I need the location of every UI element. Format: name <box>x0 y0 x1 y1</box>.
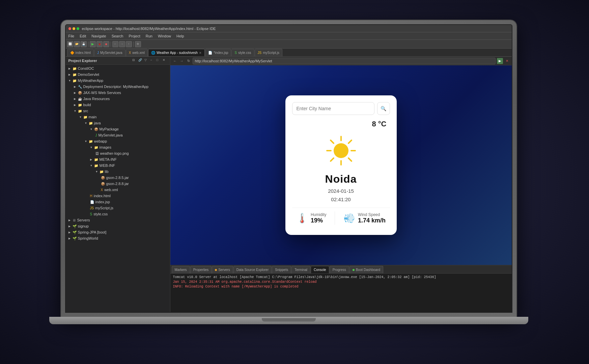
sidebar-filter[interactable]: ▽ <box>144 58 149 63</box>
toolbar: ⬜ 📂 💾 ▶ 🐞 ■ ← → ↑ ⚙ <box>66 40 512 49</box>
nav-back-button[interactable]: ← <box>172 58 178 64</box>
toolbar-run[interactable]: ▶ <box>90 41 96 47</box>
weather-icon-sun <box>324 134 358 168</box>
minimize-button[interactable] <box>73 27 75 30</box>
console-tab-progress[interactable]: Progress <box>330 266 349 273</box>
toolbar-separator-3 <box>133 41 134 47</box>
tree-item-gson1[interactable]: 📦 gson-2.8.5.jar <box>66 175 170 181</box>
nav-forward-button[interactable]: → <box>179 58 185 64</box>
tree-item-index-jsp[interactable]: 📄 index.jsp <box>66 199 170 205</box>
menu-run[interactable]: Run <box>146 34 152 38</box>
tab-myscript-js[interactable]: JS myScript.js <box>255 49 283 56</box>
tree-item-src[interactable]: ▼ 📁 src <box>66 108 170 114</box>
toolbar-forward[interactable]: → <box>119 41 125 47</box>
tree-item-gson2[interactable]: 📦 gson-2.8.8.jar <box>66 181 170 187</box>
tab-index-jsp[interactable]: 📄 *index.jsp <box>205 49 231 56</box>
ide-container: eclipse-workspace - http://localhost:808… <box>66 25 512 312</box>
toolbar-separator-1 <box>88 41 88 47</box>
tree-item-demoservlet[interactable]: ▶ 📁 DemoServlet <box>66 71 170 78</box>
tree-item-index-html[interactable]: H index.html <box>66 193 170 199</box>
tab-web-xml[interactable]: X web.xml <box>126 49 148 56</box>
nav-stop-button[interactable]: ✕ <box>504 58 510 64</box>
tab-weather-app[interactable]: 🌐 Weather App - sudoshivesh ✕ <box>148 49 205 56</box>
tab-myservlet-java[interactable]: J MyServlet.java <box>94 49 125 56</box>
menu-edit[interactable]: Edit <box>80 34 86 38</box>
sidebar-minimize[interactable]: − <box>150 58 155 63</box>
console-tab-datasource[interactable]: Data Source Explorer <box>233 266 272 273</box>
toolbar-stop[interactable]: ■ <box>103 41 109 47</box>
tree-item-web-inf[interactable]: ▼ 📁 WEB-INF <box>66 162 170 169</box>
tree-item-images[interactable]: ▼ 📁 images <box>66 144 170 150</box>
menu-navigate[interactable]: Navigate <box>91 34 106 38</box>
window-controls[interactable] <box>68 27 79 30</box>
tab-style-css[interactable]: S style.css <box>231 49 254 56</box>
sidebar-maximize[interactable]: □ <box>157 58 161 63</box>
toolbar-up[interactable]: ↑ <box>126 41 132 47</box>
tree-item-myweatherapp[interactable]: ▼ 📁 MyWeatherApp <box>66 78 170 84</box>
city-search-input[interactable] <box>292 102 374 115</box>
toolbar-new[interactable]: ⬜ <box>67 41 73 47</box>
tree-item-main[interactable]: ▼ 📁 main <box>66 114 170 120</box>
sidebar-link-editor[interactable]: 🔗 <box>138 58 143 63</box>
sidebar-collapse-all[interactable]: ⊟ <box>132 58 137 63</box>
tree-item-build[interactable]: ▶ 📁 build <box>66 102 170 108</box>
console-tab-markers[interactable]: Markers <box>172 266 190 273</box>
tree-item-signup[interactable]: ▶ 🌱 signup <box>66 223 170 229</box>
toolbar-save[interactable]: 💾 <box>81 41 87 47</box>
console-tab-terminal[interactable]: Terminal <box>291 266 310 273</box>
menu-help[interactable]: Help <box>176 34 184 38</box>
tree-item-webapp[interactable]: ▼ 📁 webapp <box>66 138 170 144</box>
search-button[interactable]: 🔍 <box>377 102 390 115</box>
tree-item-style-css[interactable]: S style.css <box>66 211 170 217</box>
sun-svg <box>324 134 358 168</box>
address-input[interactable] <box>193 58 496 64</box>
tree-item-servers[interactable]: ▶ 🖥 Servers <box>66 217 170 223</box>
console-tab-snippets[interactable]: Snippets <box>272 266 291 273</box>
tree-item-mypackage[interactable]: ▼ 📦 MyPackage <box>66 126 170 132</box>
humidity-value: 19% <box>311 217 327 224</box>
tree-item-web-xml[interactable]: X web.xml <box>66 187 170 193</box>
tree-item-springworld[interactable]: ▶ 🌱 SpringWorld <box>66 235 170 241</box>
close-button[interactable] <box>68 27 71 30</box>
toolbar-back[interactable]: ← <box>112 41 118 47</box>
tree-item-java[interactable]: ▼ 📁 java <box>66 120 170 126</box>
weather-search-row: 🔍 <box>292 102 390 115</box>
console-tab-console[interactable]: Console <box>311 266 329 273</box>
menu-window[interactable]: Window <box>158 34 171 38</box>
tree-item-meta-inf[interactable]: ▶ 📁 META-INF <box>66 156 170 162</box>
date-display: 2024-01-15 <box>328 188 354 194</box>
tree-item-java-resources[interactable]: ▶ ☕ Java Resources <box>66 96 170 102</box>
search-icon: 🔍 <box>381 106 386 111</box>
tree-item-spring-jpa[interactable]: ▶ 🌱 Spring-JPA [boot] <box>66 229 170 235</box>
console-area: Markers Properties Servers <box>170 265 512 312</box>
menu-project[interactable]: Project <box>129 34 140 38</box>
toolbar-debug[interactable]: 🐞 <box>96 41 103 47</box>
tree-item-deployment[interactable]: ▶ 🔧 Deployment Descriptor: MyWeatherApp <box>66 84 170 90</box>
toolbar-open[interactable]: 📂 <box>74 41 80 47</box>
tree-item-weather-logo[interactable]: 🖼 weather-logo.png <box>66 150 170 156</box>
toolbar-settings[interactable]: ⚙ <box>135 41 141 47</box>
console-tab-servers[interactable]: Servers <box>212 266 233 273</box>
tab-index-html[interactable]: 🔶 index.html <box>67 49 94 56</box>
tree-item-jaxws[interactable]: ▶ 📦 JAX-WS Web Services <box>66 90 170 96</box>
ide-main: 🔶 index.html J MyServlet.java X web.xml <box>66 49 512 312</box>
close-tab-weather[interactable]: ✕ <box>199 51 202 55</box>
editor-tabs-row: 🔶 index.html J MyServlet.java X web.xml <box>66 49 512 57</box>
wind-label: Wind Speed <box>358 212 386 217</box>
maximize-button[interactable] <box>77 27 79 30</box>
menu-bar: File Edit Navigate Search Project Run Wi… <box>66 32 512 40</box>
menu-search[interactable]: Search <box>112 34 123 38</box>
content-area: Project Explorer ⊟ 🔗 ▽ − □ ✕ <box>66 57 512 312</box>
tree-item-myservlet-java[interactable]: J MyServlet.java <box>66 132 170 138</box>
nav-reload-button[interactable]: ↻ <box>186 58 191 64</box>
tree-item-constIOC[interactable]: ▶ 📁 ConstIOC <box>66 65 170 71</box>
menu-file[interactable]: File <box>68 34 75 38</box>
tree-item-lib[interactable]: ▼ 📁 lib <box>66 169 170 175</box>
nav-go-button[interactable]: ▶ <box>497 58 503 64</box>
sidebar-close[interactable]: ✕ <box>163 58 167 63</box>
sidebar-controls[interactable]: ⊟ 🔗 ▽ − □ ✕ <box>132 58 167 63</box>
tree-item-myscript-js[interactable]: JS myScript.js <box>66 205 170 211</box>
svg-line-4 <box>331 140 334 143</box>
console-tab-properties[interactable]: Properties <box>190 266 212 273</box>
console-tab-boot-dashboard[interactable]: Boot Dashboard <box>349 266 383 273</box>
